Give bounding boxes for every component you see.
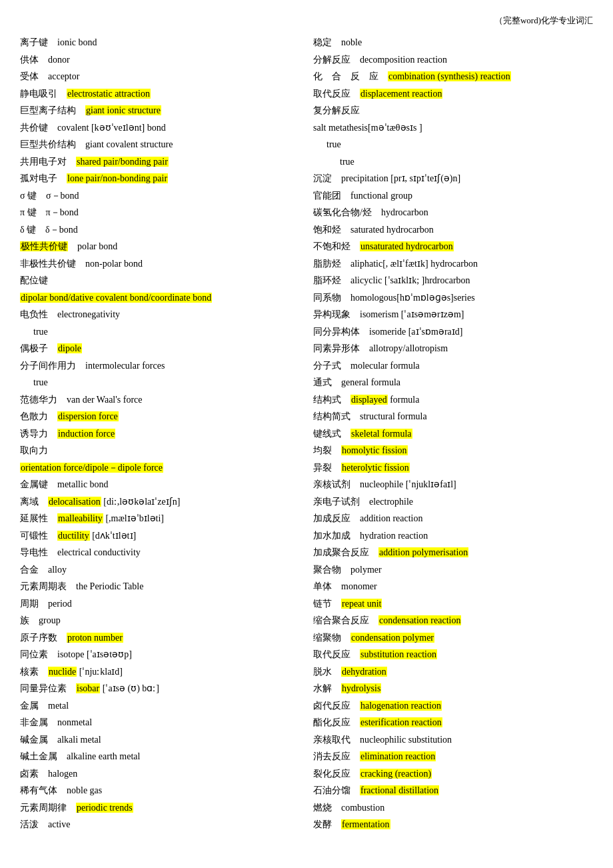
list-item: 加水加成 hydration reaction <box>313 528 593 545</box>
list-item: 非极性共价键 non-polar bond <box>20 256 300 273</box>
list-item: 官能团 functional group <box>313 188 593 205</box>
list-item: 裂化反应 cracking (reaction) <box>313 766 593 783</box>
list-item: 取代反应 substitution reaction <box>313 647 593 663</box>
list-item: true <box>313 137 593 153</box>
list-item: 分解反应 decomposition reaction <box>313 52 593 69</box>
list-item: 极性共价键 polar bond <box>20 239 300 255</box>
list-item: 缩合聚合反应 condensation reaction <box>313 613 593 629</box>
list-item: 元素周期表 the Periodic Table <box>20 579 300 595</box>
list-item: 供体 donor <box>20 52 300 69</box>
list-item: 同位素 isotope [ˈaɪsətəʊp] <box>20 647 300 663</box>
list-item: 脱水 dehydration <box>313 664 593 681</box>
list-item: true <box>20 324 300 341</box>
list-item: 均裂 homolytic fission <box>313 443 593 459</box>
list-item: orientation force/dipole－dipole force <box>20 460 300 477</box>
list-item: 不饱和烃 unsaturated hydrocarbon <box>313 239 593 255</box>
list-item: true <box>313 154 593 171</box>
list-item: 离域 delocalisation [diː,ləʊkəlaɪˈzeɪʃn] <box>20 494 300 511</box>
list-item: 取向力 <box>20 443 300 459</box>
list-item: 金属键 metallic bond <box>20 477 300 493</box>
list-item: 巨型共价结构 giant covalent structure <box>20 137 300 153</box>
list-item: 非金属 nonmetal <box>20 715 300 731</box>
list-item: 静电吸引 electrostatic attraction <box>20 86 300 103</box>
list-item: 消去反应 elimination reaction <box>313 749 593 765</box>
list-item: 异构现象 isomerism [ˈaɪsəmərɪzəm] <box>313 307 593 323</box>
list-item: 稀有气体 noble gas <box>20 783 300 799</box>
right-column: 稳定 noble分解反应 decomposition reaction化 合 反… <box>313 35 593 834</box>
list-item: 稳定 noble <box>313 35 593 51</box>
list-item: 结构简式 structural formula <box>313 409 593 425</box>
list-item: 结构式 displayed formula <box>313 392 593 409</box>
list-item: σ 键 σ－bond <box>20 188 300 205</box>
list-item: 配位键 <box>20 273 300 289</box>
list-item: 燃烧 combustion <box>313 800 593 817</box>
list-item: 沉淀 precipitation [prɪ, sɪpɪˈteɪʃ(ə)n] <box>313 171 593 187</box>
list-item: 金属 metal <box>20 698 300 715</box>
list-item: 分子间作用力 intermolecular forces <box>20 358 300 375</box>
list-item: 水解 hydrolysis <box>313 681 593 697</box>
list-item: 亲核试剂 nucleophile [ˈnjuklɪəfaɪl] <box>313 477 593 493</box>
list-item: 巨型离子结构 giant ionic structure <box>20 103 300 119</box>
list-item: 电负性 electronegativity <box>20 307 300 323</box>
list-item: 饱和烃 saturated hydrocarbon <box>313 222 593 239</box>
list-item: 卤素 halogen <box>20 766 300 783</box>
list-item: 孤对电子 lone pair/non-bonding pair <box>20 171 300 187</box>
list-item: 单体 monomer <box>313 579 593 595</box>
list-item: 缩聚物 condensation polymer <box>313 630 593 647</box>
list-item: 元素周期律 periodic trends <box>20 800 300 817</box>
list-item: salt metathesis[məˈtæθəsɪs ] <box>313 120 593 137</box>
list-item: 亲核取代 nucleophilic substitution <box>313 732 593 749</box>
list-item: true <box>20 375 300 391</box>
list-item: 受体 acceptor <box>20 69 300 85</box>
list-item: 范德华力 van der Waal's force <box>20 392 300 409</box>
list-item: 同系物 homologous[hɒˈmɒləɡəs]series <box>313 290 593 307</box>
list-item: 可锻性 ductility [dʌkˈtɪlətɪ] <box>20 528 300 545</box>
list-item: 活泼 active <box>20 817 300 833</box>
list-item: 周期 period <box>20 596 300 613</box>
list-item: 族 group <box>20 613 300 629</box>
list-item: 偶极子 dipole <box>20 341 300 357</box>
list-item: 石油分馏 fractional distillation <box>313 783 593 799</box>
list-item: 原子序数 proton number <box>20 630 300 647</box>
list-item: 离子键 ionic bond <box>20 35 300 51</box>
list-item: 链节 repeat unit <box>313 596 593 613</box>
list-item: 发酵 fermentation <box>313 817 593 833</box>
list-item: 导电性 electrical conductivity <box>20 545 300 561</box>
list-item: 碱土金属 alkaline earth metal <box>20 749 300 765</box>
list-item: 异裂 heterolytic fission <box>313 460 593 477</box>
list-item: π 键 π－bond <box>20 205 300 221</box>
left-column: 离子键 ionic bond供体 donor受体 acceptor静电吸引 el… <box>20 35 300 834</box>
list-item: 同量异位素 isobar [ˈaɪsə (ʊ) bɑː] <box>20 681 300 697</box>
page-header: （完整word)化学专业词汇 <box>20 13 593 28</box>
list-item: 通式 general formula <box>313 375 593 391</box>
list-item: 卤代反应 halogenation reaction <box>313 698 593 715</box>
list-item: 脂肪烃 aliphatic[, ælɪˈfætɪk] hydrocarbon <box>313 256 593 273</box>
list-item: 加成聚合反应 addition polymerisation <box>313 545 593 561</box>
list-item: 同素异形体 allotropy/allotropism <box>313 341 593 357</box>
list-item: 化 合 反 应 combination (synthesis) reaction <box>313 69 593 85</box>
list-item: 键线式 skeletal formula <box>313 426 593 443</box>
list-item: 碱金属 alkali metal <box>20 732 300 749</box>
list-item: 同分异构体 isomeride [aɪˈsɒməraɪd] <box>313 324 593 341</box>
list-item: dipolar bond/dative covalent bond/coordi… <box>20 290 300 307</box>
list-item: 延展性 malleability [,mælɪəˈbɪləti] <box>20 511 300 527</box>
list-item: δ 键 δ－bond <box>20 222 300 239</box>
list-item: 取代反应 displacement reaction <box>313 86 593 103</box>
list-item: 复分解反应 <box>313 103 593 119</box>
list-item: 共用电子对 shared pair/bonding pair <box>20 154 300 171</box>
list-item: 碳氢化合物/烃 hydrocarbon <box>313 205 593 221</box>
list-item: 合金 alloy <box>20 562 300 579</box>
list-item: 核素 nuclide [ˈnjuːklaɪd] <box>20 664 300 681</box>
list-item: 酯化反应 esterification reaction <box>313 715 593 731</box>
list-item: 诱导力 induction force <box>20 426 300 443</box>
list-item: 分子式 molecular formula <box>313 358 593 375</box>
list-item: 聚合物 polymer <box>313 562 593 579</box>
list-item: 色散力 dispersion force <box>20 409 300 425</box>
list-item: 共价键 covalent [kəʊˈveɪlənt] bond <box>20 120 300 137</box>
list-item: 亲电子试剂 electrophile <box>313 494 593 511</box>
list-item: 脂环烃 alicyclic [ˈsaɪklɪk; ]hrdrocarbon <box>313 273 593 289</box>
list-item: 加成反应 addition reaction <box>313 511 593 527</box>
